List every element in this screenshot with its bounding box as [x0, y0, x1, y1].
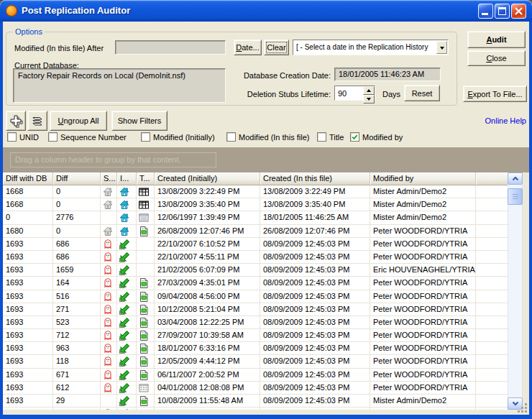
- reset-button[interactable]: Reset: [404, 85, 440, 101]
- cell-modified-by: Peter WOODFORD/YTRIA: [370, 303, 476, 316]
- dropdown-arrow-button[interactable]: [436, 41, 447, 54]
- export-to-file-button[interactable]: Export To File...: [463, 86, 527, 102]
- cell-created-initially: 12/06/1997 1:39:49 PM: [155, 211, 260, 224]
- ungroup-all-button[interactable]: Ungroup All: [50, 111, 107, 131]
- filter-unid[interactable]: UNID: [7, 132, 39, 142]
- cell--pad: [476, 316, 508, 329]
- cell-diff: 712: [53, 329, 101, 342]
- collapse-all-button[interactable]: [27, 111, 47, 131]
- filter-title[interactable]: Title: [317, 132, 344, 142]
- cell-instance-icon: [117, 290, 137, 303]
- column-header-spacer[interactable]: [476, 172, 508, 185]
- table-row[interactable]: 169316427/03/2009 4:35:01 PM08/09/2009 1…: [3, 277, 508, 290]
- table-row[interactable]: 1693165921/02/2005 6:07:09 PM08/09/2009 …: [3, 264, 508, 277]
- maximize-button[interactable]: [495, 4, 510, 19]
- show-filters-button[interactable]: Show Filters: [111, 111, 168, 131]
- filter-sequence-number[interactable]: Sequence Number: [48, 132, 127, 142]
- cell--pad: [476, 264, 508, 277]
- scrollbar-thumb[interactable]: [508, 188, 523, 205]
- deletion-stubs-input[interactable]: [336, 87, 362, 99]
- ghost-icon: [102, 356, 114, 367]
- scroll-up-button[interactable]: [508, 172, 523, 185]
- import-arrow-icon: [119, 369, 130, 381]
- column-header-s[interactable]: S...: [101, 172, 117, 185]
- online-help-link[interactable]: Online Help: [460, 116, 526, 125]
- cell-instance-icon: [117, 329, 137, 342]
- spin-up-button[interactable]: [363, 86, 375, 95]
- deletion-stubs-spinner: [334, 86, 375, 101]
- import-arrow-icon: [119, 343, 130, 354]
- titlebar[interactable]: Post Replication Auditor: [0, 0, 532, 22]
- cell-modified-by: Peter WOODFORD/YTRIA: [370, 342, 476, 355]
- table-row[interactable]: 169368622/10/2007 6:10:52 PM08/09/2009 1…: [3, 238, 508, 251]
- group-by-bar[interactable]: Drag a column header to group by that co…: [3, 147, 529, 172]
- table-body: 1668013/08/2009 3:22:49 PM13/08/2009 3:2…: [3, 185, 508, 410]
- cell-instance-icon: [117, 264, 137, 277]
- column-header-diff-with-db[interactable]: Diff with DB: [3, 172, 53, 185]
- table-row[interactable]: 169351609/04/2008 4:56:00 PM08/09/2009 1…: [3, 290, 508, 303]
- cell-status-icon: [101, 185, 117, 198]
- cell-diff-with-db: 1693: [3, 355, 53, 368]
- table-row[interactable]: 1680026/08/2009 12:07:46 PM26/08/2009 12…: [3, 225, 508, 238]
- replication-history-dropdown[interactable]: [ - Select a date in the Replication His…: [293, 40, 449, 55]
- filter-label: Modified by: [362, 133, 403, 142]
- table-row[interactable]: 169368622/10/2007 4:55:11 PM08/09/2009 1…: [3, 251, 508, 264]
- column-header-diff[interactable]: Diff: [53, 172, 101, 185]
- table-row[interactable]: 169361204/01/2008 12:08:08 PM08/09/2009 …: [3, 382, 508, 395]
- column-header-i[interactable]: I...: [117, 172, 137, 185]
- audit-button[interactable]: Audit: [467, 31, 526, 48]
- column-header-t[interactable]: T...: [137, 172, 155, 185]
- table-row[interactable]: 1668013/08/2009 3:35:40 PM13/08/2009 3:3…: [3, 198, 508, 211]
- table-row[interactable]: 169327110/12/2008 5:21:04 PM08/09/2009 1…: [3, 303, 508, 316]
- window-border-right: [529, 22, 532, 419]
- filter-modified-by[interactable]: Modified by: [350, 132, 403, 142]
- table-row[interactable]: 169352303/04/2008 12:22:25 PM08/09/2009 …: [3, 316, 508, 329]
- table-row[interactable]: 169371227/09/2007 10:39:58 AM08/09/2009 …: [3, 329, 508, 342]
- cell--pad: [476, 395, 508, 408]
- cell-diff: 0: [53, 225, 101, 238]
- cell-instance-icon: [117, 251, 137, 264]
- expand-all-button[interactable]: [6, 111, 26, 131]
- filter-modified-in-this-file[interactable]: Modified (In this file): [226, 132, 309, 142]
- close-button[interactable]: Close: [467, 50, 526, 66]
- date-button[interactable]: Date...: [234, 40, 262, 55]
- spin-down-button[interactable]: [363, 95, 375, 103]
- column-header-created-in-this-file[interactable]: Created (In this file): [260, 172, 370, 185]
- table-row[interactable]: 169367106/11/2007 2:00:52 PM08/09/2009 1…: [3, 369, 508, 382]
- cell-type-icon: [137, 408, 155, 410]
- chevron-up-icon: [512, 176, 519, 181]
- cell-diff-with-db: 1693: [3, 277, 53, 290]
- close-window-button[interactable]: [511, 4, 526, 19]
- table-row[interactable]: 0277612/06/1997 1:39:49 PM18/01/2005 11:…: [3, 211, 508, 224]
- cell-created-in-file: [260, 408, 370, 410]
- modified-after-input[interactable]: [115, 40, 226, 55]
- column-header-modified-by[interactable]: Modified by: [370, 172, 476, 185]
- table-row[interactable]: 169311812/05/2009 4:44:12 PM08/09/2009 1…: [3, 355, 508, 368]
- cell-diff: 671: [53, 369, 101, 382]
- cell--pad: [476, 238, 508, 251]
- cell--pad: [476, 290, 508, 303]
- table-row[interactable]: 16932910/08/2009 11:55:48 AM08/09/2009 1…: [3, 395, 508, 408]
- cell-created-initially: 10/08/2009 11:55:48 AM: [155, 395, 260, 408]
- table-row[interactable]: [3, 408, 508, 410]
- cell--pad: [476, 277, 508, 290]
- clear-button[interactable]: Clear: [264, 40, 289, 55]
- import-arrow-icon: [119, 291, 130, 303]
- resize-grip[interactable]: [525, 410, 527, 413]
- table-row[interactable]: 1668013/08/2009 3:22:49 PM13/08/2009 3:2…: [3, 185, 508, 198]
- minimize-button[interactable]: [478, 4, 493, 19]
- filter-modified-initially[interactable]: Modified (Initially): [141, 132, 215, 142]
- column-header-created-initially[interactable]: Created (Initially): [155, 172, 260, 185]
- post-replication-auditor-window: Post Replication Auditor Options Modifie…: [0, 0, 532, 419]
- cell-diff-with-db: 1693: [3, 264, 53, 277]
- import-arrow-icon: [119, 382, 130, 394]
- cell-type-icon: [137, 264, 155, 277]
- close-icon: [512, 4, 526, 18]
- view-list-icon: [138, 212, 150, 224]
- scroll-down-button[interactable]: [508, 397, 523, 410]
- cell-diff-with-db: 1693: [3, 369, 53, 382]
- cell--pad: [476, 185, 508, 198]
- vertical-scrollbar[interactable]: [508, 172, 523, 410]
- cell-instance-icon: [117, 355, 137, 368]
- table-row[interactable]: 169396318/01/2007 6:33:16 PM08/09/2009 1…: [3, 342, 508, 355]
